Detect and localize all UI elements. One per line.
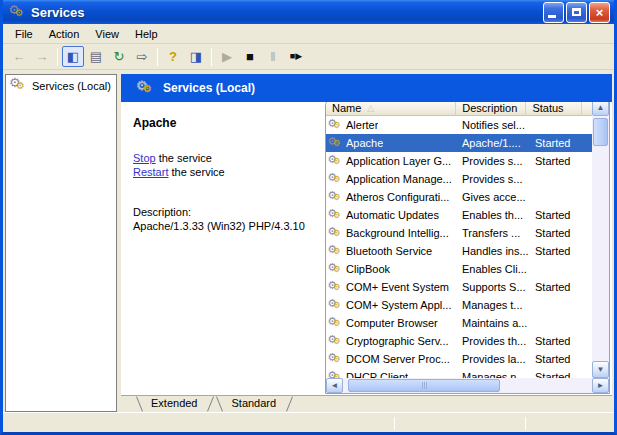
vertical-scrollbar-thumb[interactable] bbox=[593, 118, 608, 146]
service-name-cell: ⚙ ⚙ Application Layer G... bbox=[326, 154, 460, 168]
restart-service-line: Restart the service bbox=[133, 166, 315, 178]
service-description: Enables th... bbox=[460, 209, 533, 221]
restart-link-suffix: the service bbox=[168, 166, 224, 178]
gear-icon: ⚙ bbox=[333, 283, 341, 292]
service-gear-icon: ⚙ ⚙ bbox=[328, 263, 341, 275]
service-row[interactable]: ⚙ ⚙ Background Intellig... Transfers ...… bbox=[326, 224, 592, 242]
scroll-left-button[interactable]: ◄ bbox=[326, 378, 343, 393]
service-description: Gives acce... bbox=[460, 191, 533, 203]
tab-extended[interactable]: Extended bbox=[135, 396, 215, 412]
forward-button: → bbox=[31, 46, 53, 67]
service-name-cell: ⚙ ⚙ Bluetooth Service bbox=[326, 244, 460, 258]
stop-service-link[interactable]: Stop bbox=[133, 152, 156, 164]
stop-link-suffix: the service bbox=[156, 152, 212, 164]
service-description: Transfers ... bbox=[460, 227, 533, 239]
help-button[interactable]: ? bbox=[162, 46, 184, 67]
stop-service-button[interactable]: ■ bbox=[239, 46, 261, 67]
service-row[interactable]: ⚙ ⚙ Atheros Configurati... Gives acce... bbox=[326, 188, 592, 206]
service-rows: ⚙ ⚙ Alerter Notifies sel... ⚙ ⚙ Apache A… bbox=[326, 116, 592, 378]
scroll-down-button[interactable]: ▼ bbox=[592, 361, 609, 378]
gear-icon: ⚙ bbox=[15, 7, 24, 17]
export-list-button[interactable]: ⇨ bbox=[131, 46, 153, 67]
service-row[interactable]: ⚙ ⚙ Bluetooth Service Handles ins... Sta… bbox=[326, 242, 592, 260]
service-description: Provides la... bbox=[460, 353, 533, 365]
menu-item-help[interactable]: Help bbox=[127, 26, 166, 42]
gear-icon: ⚙ bbox=[333, 355, 341, 364]
refresh-icon: ↻ bbox=[114, 50, 125, 63]
console-tree-pane: ⚙ ⚙ Services (Local) bbox=[5, 74, 117, 412]
service-row[interactable]: ⚙ ⚙ Application Manage... Provides s... bbox=[326, 170, 592, 188]
properties-button[interactable]: ▤ bbox=[85, 46, 107, 67]
restart-service-button[interactable]: ■▶ bbox=[285, 46, 307, 67]
taskpad-body: Apache Stop the service Restart the serv… bbox=[121, 102, 612, 395]
show-hide-console-tree-button[interactable]: ◧ bbox=[62, 46, 84, 67]
service-name: DHCP Client bbox=[346, 371, 408, 378]
service-description: Apache/1.... bbox=[460, 137, 533, 149]
service-row[interactable]: ⚙ ⚙ COM+ System Appl... Manages t... bbox=[326, 296, 592, 314]
properties-icon: ▤ bbox=[90, 50, 102, 63]
gear-icon: ⚙ bbox=[333, 301, 341, 310]
service-status: Started bbox=[533, 371, 592, 378]
maximize-button[interactable] bbox=[566, 2, 587, 23]
service-name-cell: ⚙ ⚙ DCOM Server Proc... bbox=[326, 352, 460, 366]
tree-item-services-local[interactable]: ⚙ ⚙ Services (Local) bbox=[6, 75, 116, 95]
service-gear-icon: ⚙ ⚙ bbox=[328, 227, 341, 239]
service-name: Apache bbox=[346, 137, 383, 149]
menubar: FileActionViewHelp bbox=[3, 24, 614, 44]
service-row[interactable]: ⚙ ⚙ Apache Apache/1.... Started bbox=[326, 134, 592, 152]
service-row[interactable]: ⚙ ⚙ Automatic Updates Enables th... Star… bbox=[326, 206, 592, 224]
service-name: Cryptographic Serv... bbox=[346, 335, 449, 347]
gear-icon: ⚙ bbox=[333, 211, 341, 220]
taskpad-header-band: ⚙ ⚙ Services (Local) bbox=[121, 74, 612, 102]
service-name-cell: ⚙ ⚙ DHCP Client bbox=[326, 370, 460, 378]
close-button[interactable]: × bbox=[589, 2, 610, 23]
service-row[interactable]: ⚙ ⚙ ClipBook Enables Cli... bbox=[326, 260, 592, 278]
service-name: Application Layer G... bbox=[346, 155, 451, 167]
service-row-partial[interactable]: ⚙ ⚙ DHCP Client Manages n... Started bbox=[326, 368, 592, 378]
service-name-cell: ⚙ ⚙ Alerter bbox=[326, 118, 460, 132]
extended-view-button[interactable]: ◨ bbox=[185, 46, 207, 67]
horizontal-scrollbar[interactable]: ◄ ► bbox=[326, 378, 609, 393]
restart-service-link[interactable]: Restart bbox=[133, 166, 168, 178]
services-gears-icon: ⚙ ⚙ bbox=[9, 5, 24, 19]
minimize-button[interactable] bbox=[543, 2, 564, 23]
taskpad-header-title: Services (Local) bbox=[163, 81, 255, 95]
description-value: Apache/1.3.33 (Win32) PHP/4.3.10 bbox=[133, 220, 315, 232]
service-row[interactable]: ⚙ ⚙ COM+ Event System Supports S... Star… bbox=[326, 278, 592, 296]
horizontal-scrollbar-thumb[interactable] bbox=[348, 379, 500, 392]
service-row[interactable]: ⚙ ⚙ Computer Browser Maintains a... bbox=[326, 314, 592, 332]
service-status: Started bbox=[533, 353, 592, 365]
toolbar-separator bbox=[57, 48, 58, 66]
gear-icon: ⚙ bbox=[143, 83, 152, 94]
service-name: COM+ Event System bbox=[346, 281, 449, 293]
gear-icon: ⚙ bbox=[16, 80, 25, 91]
refresh-button[interactable]: ↻ bbox=[108, 46, 130, 67]
stop-service-line: Stop the service bbox=[133, 152, 315, 164]
selected-service-title: Apache bbox=[133, 116, 315, 130]
service-name-cell: ⚙ ⚙ COM+ System Appl... bbox=[326, 298, 460, 312]
service-gear-icon: ⚙ ⚙ bbox=[328, 281, 341, 293]
tab-standard[interactable]: Standard bbox=[215, 396, 294, 412]
column-header-description-label: Description bbox=[462, 102, 517, 114]
service-name: COM+ System Appl... bbox=[346, 299, 451, 311]
service-name: Computer Browser bbox=[346, 317, 438, 329]
result-pane: ⚙ ⚙ Services (Local) Apache Stop the ser… bbox=[121, 74, 612, 412]
menu-item-action[interactable]: Action bbox=[41, 26, 88, 42]
menu-item-file[interactable]: File bbox=[7, 26, 41, 42]
services-window: ⚙ ⚙ Services × FileActionViewHelp ←→◧▤↻⇨… bbox=[0, 0, 617, 435]
gear-icon: ⚙ bbox=[333, 121, 341, 130]
service-description: Provides th... bbox=[460, 335, 533, 347]
statusbar bbox=[3, 412, 614, 432]
service-row[interactable]: ⚙ ⚙ Alerter Notifies sel... bbox=[326, 116, 592, 134]
scroll-right-button[interactable]: ► bbox=[592, 378, 609, 393]
services-gears-icon: ⚙ ⚙ bbox=[10, 78, 26, 93]
vertical-scrollbar[interactable]: ▲ ▼ bbox=[592, 99, 609, 378]
services-gears-icon: ⚙ ⚙ bbox=[137, 81, 153, 96]
service-row[interactable]: ⚙ ⚙ Cryptographic Serv... Provides th...… bbox=[326, 332, 592, 350]
service-row[interactable]: ⚙ ⚙ DCOM Server Proc... Provides la... S… bbox=[326, 350, 592, 368]
gear-icon: ⚙ bbox=[333, 265, 341, 274]
gear-icon: ⚙ bbox=[333, 157, 341, 166]
menu-item-view[interactable]: View bbox=[87, 26, 127, 42]
service-row[interactable]: ⚙ ⚙ Application Layer G... Provides s...… bbox=[326, 152, 592, 170]
toolbar-separator bbox=[157, 48, 158, 66]
